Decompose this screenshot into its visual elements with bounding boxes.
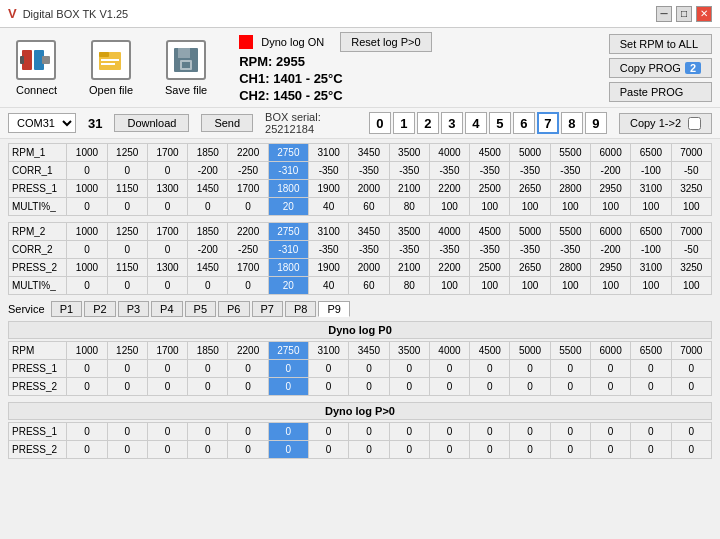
- table-cell[interactable]: 4000: [429, 223, 469, 241]
- table-cell[interactable]: 0: [550, 441, 590, 459]
- table-cell[interactable]: 0: [389, 423, 429, 441]
- table-cell[interactable]: 0: [590, 441, 630, 459]
- save-file-button[interactable]: Save file: [157, 36, 215, 100]
- table-cell[interactable]: 2200: [228, 342, 268, 360]
- table-cell[interactable]: -350: [470, 162, 510, 180]
- send-button[interactable]: Send: [201, 114, 253, 132]
- table-cell[interactable]: 0: [228, 423, 268, 441]
- table-cell[interactable]: 5000: [510, 223, 550, 241]
- table-cell[interactable]: 1900: [309, 259, 349, 277]
- table-cell[interactable]: 0: [429, 441, 469, 459]
- table-cell[interactable]: 0: [268, 360, 308, 378]
- table-cell[interactable]: -350: [349, 241, 389, 259]
- copy-1-2-button[interactable]: Copy 1->2: [619, 113, 712, 134]
- table-cell[interactable]: 0: [631, 360, 671, 378]
- table-cell[interactable]: -310: [268, 162, 308, 180]
- table-cell[interactable]: -250: [228, 241, 268, 259]
- table-cell[interactable]: 0: [67, 277, 107, 295]
- table-cell[interactable]: 0: [67, 241, 107, 259]
- service-tab-p2[interactable]: P2: [84, 301, 115, 317]
- table-cell[interactable]: 0: [107, 277, 147, 295]
- number-cell-1[interactable]: 1: [393, 112, 415, 134]
- number-cell-9[interactable]: 9: [585, 112, 607, 134]
- table-cell[interactable]: -200: [188, 241, 228, 259]
- table-cell[interactable]: 0: [67, 198, 107, 216]
- table-cell[interactable]: 0: [228, 198, 268, 216]
- set-rpm-button[interactable]: Set RPM to ALL: [609, 34, 712, 54]
- table-cell[interactable]: 0: [67, 423, 107, 441]
- table-cell[interactable]: 3500: [389, 223, 429, 241]
- table-cell[interactable]: 0: [349, 441, 389, 459]
- table-cell[interactable]: 0: [107, 441, 147, 459]
- table-cell[interactable]: 0: [671, 423, 711, 441]
- number-cell-0[interactable]: 0: [369, 112, 391, 134]
- table-cell[interactable]: 100: [631, 198, 671, 216]
- table-cell[interactable]: 0: [188, 423, 228, 441]
- table-cell[interactable]: 6500: [631, 144, 671, 162]
- service-tab-p4[interactable]: P4: [151, 301, 182, 317]
- table-cell[interactable]: 60: [349, 277, 389, 295]
- table-cell[interactable]: 0: [389, 360, 429, 378]
- table-cell[interactable]: 6000: [590, 223, 630, 241]
- table-cell[interactable]: 4500: [470, 342, 510, 360]
- table-cell[interactable]: 20: [268, 277, 308, 295]
- table-cell[interactable]: -350: [429, 241, 469, 259]
- table-cell[interactable]: 0: [147, 423, 187, 441]
- table-cell[interactable]: 0: [228, 360, 268, 378]
- table-cell[interactable]: 1800: [268, 180, 308, 198]
- table-cell[interactable]: 7000: [671, 144, 711, 162]
- table-cell[interactable]: 0: [470, 441, 510, 459]
- table-cell[interactable]: 100: [429, 277, 469, 295]
- service-tab-p9[interactable]: P9: [318, 301, 349, 317]
- service-tab-p3[interactable]: P3: [118, 301, 149, 317]
- table-cell[interactable]: 60: [349, 198, 389, 216]
- table-cell[interactable]: 100: [550, 198, 590, 216]
- table-cell[interactable]: 0: [67, 441, 107, 459]
- table-cell[interactable]: 2750: [268, 144, 308, 162]
- table-cell[interactable]: 100: [470, 198, 510, 216]
- table-cell[interactable]: 3450: [349, 342, 389, 360]
- table-cell[interactable]: 0: [389, 441, 429, 459]
- download-button[interactable]: Download: [114, 114, 189, 132]
- table-cell[interactable]: -100: [631, 241, 671, 259]
- open-file-button[interactable]: Open file: [81, 36, 141, 100]
- table-cell[interactable]: 1850: [188, 342, 228, 360]
- close-button[interactable]: ✕: [696, 6, 712, 22]
- table-cell[interactable]: 1000: [67, 144, 107, 162]
- table-cell[interactable]: 1850: [188, 223, 228, 241]
- table-cell[interactable]: 2000: [349, 259, 389, 277]
- number-cell-7[interactable]: 7: [537, 112, 559, 134]
- table-cell[interactable]: 0: [107, 198, 147, 216]
- table-cell[interactable]: 0: [228, 378, 268, 396]
- table-cell[interactable]: 1700: [228, 259, 268, 277]
- reset-log-button[interactable]: Reset log P>0: [340, 32, 431, 52]
- table-cell[interactable]: 0: [671, 360, 711, 378]
- table-cell[interactable]: 100: [590, 277, 630, 295]
- table-cell[interactable]: 3100: [631, 259, 671, 277]
- table-cell[interactable]: -310: [268, 241, 308, 259]
- table-cell[interactable]: 0: [107, 241, 147, 259]
- table-cell[interactable]: 3250: [671, 180, 711, 198]
- table-cell[interactable]: 1250: [107, 342, 147, 360]
- number-cell-4[interactable]: 4: [465, 112, 487, 134]
- table-cell[interactable]: 1150: [107, 259, 147, 277]
- table-cell[interactable]: 0: [147, 198, 187, 216]
- copy-1-2-checkbox[interactable]: [688, 117, 701, 130]
- table-cell[interactable]: 0: [147, 162, 187, 180]
- table-cell[interactable]: 7000: [671, 342, 711, 360]
- table-cell[interactable]: 3100: [309, 342, 349, 360]
- table-cell[interactable]: 1700: [147, 223, 187, 241]
- number-cell-5[interactable]: 5: [489, 112, 511, 134]
- table-cell[interactable]: 1000: [67, 223, 107, 241]
- table-cell[interactable]: 0: [228, 277, 268, 295]
- table-cell[interactable]: 100: [510, 277, 550, 295]
- table-cell[interactable]: 0: [309, 360, 349, 378]
- table-cell[interactable]: 6000: [590, 342, 630, 360]
- table-cell[interactable]: -350: [550, 162, 590, 180]
- table-cell[interactable]: 1250: [107, 223, 147, 241]
- table-cell[interactable]: 0: [389, 378, 429, 396]
- table-cell[interactable]: 5000: [510, 342, 550, 360]
- com-port-select[interactable]: COM31: [8, 113, 76, 133]
- number-cell-6[interactable]: 6: [513, 112, 535, 134]
- table-cell[interactable]: -200: [188, 162, 228, 180]
